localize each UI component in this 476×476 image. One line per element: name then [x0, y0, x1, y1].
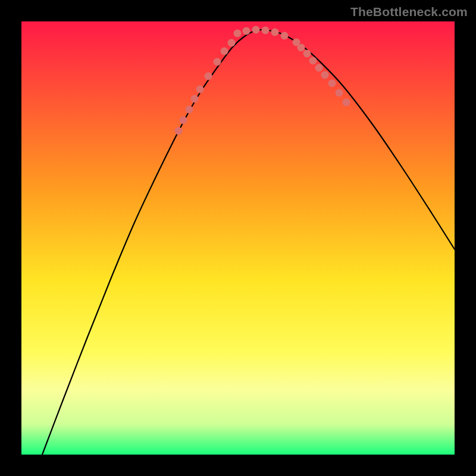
curve-marker-dot [234, 30, 242, 37]
curve-marker-dot [298, 44, 305, 52]
curve-marker-dot [243, 27, 250, 35]
curve-marker-dot [271, 29, 279, 36]
curve-marker-dot [303, 50, 311, 58]
curve-marker-dot [205, 73, 212, 80]
curve-marker-dot [196, 86, 204, 93]
curve-marker-dot [315, 64, 323, 72]
curve-marker-dot [214, 58, 221, 66]
curve-marker-dot [262, 27, 270, 35]
curve-marker-dot [281, 32, 289, 40]
curve-marker-dot [328, 80, 336, 87]
curve-marker-dot [336, 89, 343, 97]
curve-marker-dot [321, 71, 329, 79]
curve-markers [175, 26, 350, 135]
chart-frame [21, 21, 455, 455]
watermark-text: TheBottleneck.com [350, 5, 468, 19]
curve-marker-dot [180, 117, 187, 124]
curve-marker-dot [191, 95, 199, 103]
curve-marker-dot [252, 26, 260, 34]
curve-marker-dot [309, 57, 317, 65]
curve-marker-dot [228, 39, 236, 47]
bottleneck-curve-layer [21, 21, 455, 455]
curve-marker-dot [221, 48, 228, 55]
bottleneck-curve [42, 30, 455, 455]
curve-marker-dot [343, 99, 350, 107]
curve-marker-dot [186, 106, 193, 114]
curve-marker-dot [175, 127, 183, 135]
